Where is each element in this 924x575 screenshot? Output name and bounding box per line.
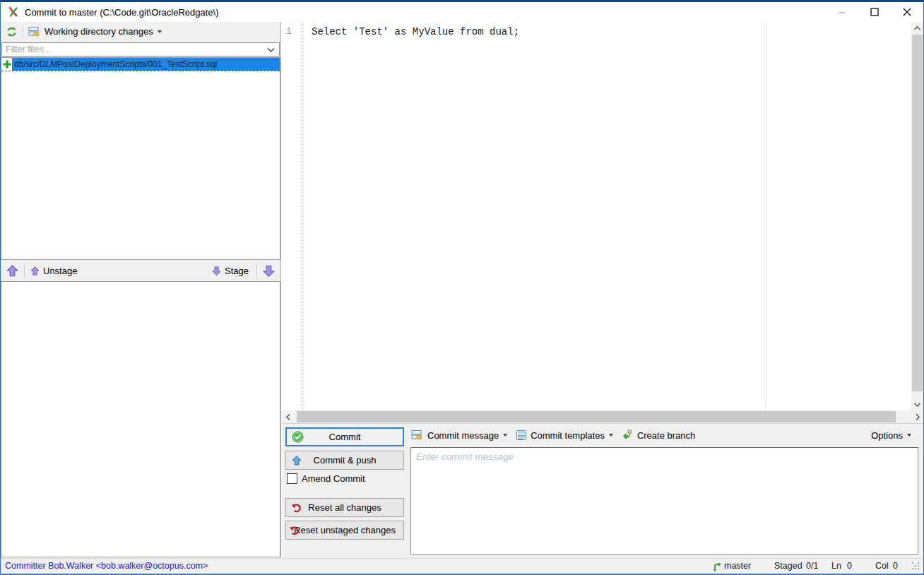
commit-message-label: Commit message (427, 430, 499, 441)
horizontal-scrollbar[interactable] (282, 410, 923, 423)
refresh-button[interactable] (4, 25, 20, 39)
chevron-down-icon (158, 30, 162, 33)
reset-undo-icon (289, 525, 300, 536)
vertical-scrollbar-thumb[interactable] (912, 35, 923, 391)
stage-label: Stage (225, 266, 249, 276)
reset-undo-icon (291, 502, 302, 514)
scroll-left-button[interactable] (282, 410, 294, 423)
create-branch-icon (622, 429, 634, 441)
commit-check-icon (292, 431, 304, 443)
toolbar-separator (24, 265, 25, 278)
stage-toolbar: Unstage Stage (1, 261, 280, 280)
chevron-down-icon (503, 434, 507, 437)
commit-message-toolbar: Commit message Commit templates (409, 427, 918, 444)
chevron-up-icon (913, 25, 921, 31)
branch-name[interactable]: master (724, 561, 751, 571)
arrow-up-icon (6, 264, 19, 278)
scroll-up-button[interactable] (911, 22, 923, 34)
chevron-left-icon (285, 413, 291, 421)
unstage-button[interactable]: Unstage (28, 264, 82, 278)
dropdown-chevron-icon[interactable] (266, 47, 276, 53)
code-line: Select 'Test' as MyValue from dual; (312, 26, 519, 37)
commit-and-push-button[interactable]: Commit & push (285, 451, 404, 470)
commit-message-dropdown[interactable]: Commit message (409, 428, 509, 442)
col-label: Col (875, 561, 889, 571)
filter-files-combobox (1, 42, 280, 57)
close-icon (903, 8, 911, 16)
toolbar-separator (256, 265, 257, 278)
diff-editor[interactable]: 1 Select 'Test' as MyValue from dual; (282, 22, 923, 410)
resize-grip[interactable] (912, 562, 920, 571)
close-button[interactable] (891, 2, 923, 22)
create-branch-label: Create branch (637, 430, 695, 441)
staged-value: 0/1 (806, 561, 818, 571)
filter-files-input[interactable] (2, 45, 266, 54)
working-directory-changes-icon (28, 26, 41, 37)
window-controls (826, 2, 923, 22)
commit-templates-label: Commit templates (531, 430, 605, 441)
arrow-down-icon (262, 264, 276, 278)
unstage-all-button[interactable] (4, 263, 21, 279)
commit-area: Commit Commit & push Amend Commit Reset … (282, 423, 923, 558)
commit-window: Commit to master (C:\Code.git\OracleRedg… (0, 0, 924, 575)
committer-link[interactable]: Committer Bob.Walker <bob.walker@octopus… (5, 561, 208, 571)
title-bar: Commit to master (C:\Code.git\OracleRedg… (1, 2, 923, 22)
app-icon (8, 6, 19, 18)
reset-all-changes-button[interactable]: Reset all changes (285, 498, 404, 517)
line-number: 1 (286, 26, 292, 37)
commit-button-label: Commit (329, 432, 361, 442)
minimize-button[interactable] (826, 2, 858, 22)
toolbar-separator (23, 25, 23, 38)
stage-button[interactable]: Stage (209, 264, 254, 278)
maximize-icon (870, 8, 879, 16)
vertical-scrollbar[interactable] (911, 22, 923, 410)
minimize-icon (839, 8, 846, 16)
chevron-down-icon (907, 434, 911, 437)
unstaged-file-list[interactable]: db/src/DLMPostDeploymentScripts/001_Test… (1, 57, 280, 260)
arrow-down-icon (211, 266, 222, 276)
chevron-down-icon (609, 434, 613, 437)
commit-message-box (410, 447, 918, 555)
column-ruler (766, 22, 766, 410)
stage-all-button[interactable] (260, 263, 278, 279)
create-branch-button[interactable]: Create branch (620, 428, 697, 443)
staged-file-list[interactable] (1, 281, 280, 557)
changes-toolbar: Working directory changes (1, 22, 280, 41)
unstage-label: Unstage (43, 266, 77, 276)
gutter-separator (302, 22, 303, 410)
status-bar: Committer Bob.Walker <bob.walker@octopus… (1, 558, 923, 574)
file-path: db/src/DLMPostDeploymentScripts/001_Test… (12, 58, 280, 71)
amend-commit-label: Amend Commit (302, 473, 365, 484)
line-label: Ln (831, 561, 841, 571)
checkbox-icon (287, 473, 297, 484)
scroll-down-button[interactable] (911, 398, 923, 410)
window-title: Commit to master (C:\Code.git\OracleRedg… (25, 7, 219, 18)
branch-icon (712, 562, 722, 574)
maximize-button[interactable] (858, 2, 891, 22)
scroll-right-button[interactable] (911, 410, 923, 423)
refresh-icon (6, 26, 18, 37)
commit-button[interactable]: Commit (285, 427, 404, 446)
reset-all-changes-label: Reset all changes (308, 502, 381, 513)
commit-templates-icon (516, 429, 527, 441)
added-file-plus-icon (1, 58, 12, 71)
arrow-up-icon (30, 266, 40, 276)
changes-panel: Working directory changes db/src/DLMPost… (1, 22, 281, 558)
working-directory-changes-dropdown[interactable]: Working directory changes (26, 25, 164, 39)
options-dropdown[interactable]: Options (869, 429, 913, 442)
horizontal-scrollbar-thumb[interactable] (297, 411, 896, 422)
chevron-right-icon (915, 413, 920, 421)
line-value: 0 (847, 561, 852, 571)
amend-commit-checkbox[interactable]: Amend Commit (287, 473, 365, 484)
chevron-down-icon (913, 402, 921, 408)
col-value: 0 (893, 561, 898, 571)
commit-message-icon (411, 429, 424, 441)
commit-and-push-label: Commit & push (314, 455, 377, 466)
commit-message-textarea[interactable] (411, 448, 918, 554)
reset-unstaged-changes-button[interactable]: Reset unstaged changes (285, 521, 404, 540)
reset-unstaged-changes-label: Reset unstaged changes (294, 525, 396, 535)
file-row[interactable]: db/src/DLMPostDeploymentScripts/001_Test… (1, 58, 280, 71)
push-arrow-up-icon (291, 455, 302, 466)
commit-templates-dropdown[interactable]: Commit templates (514, 428, 615, 442)
staged-label: Staged (774, 561, 802, 571)
